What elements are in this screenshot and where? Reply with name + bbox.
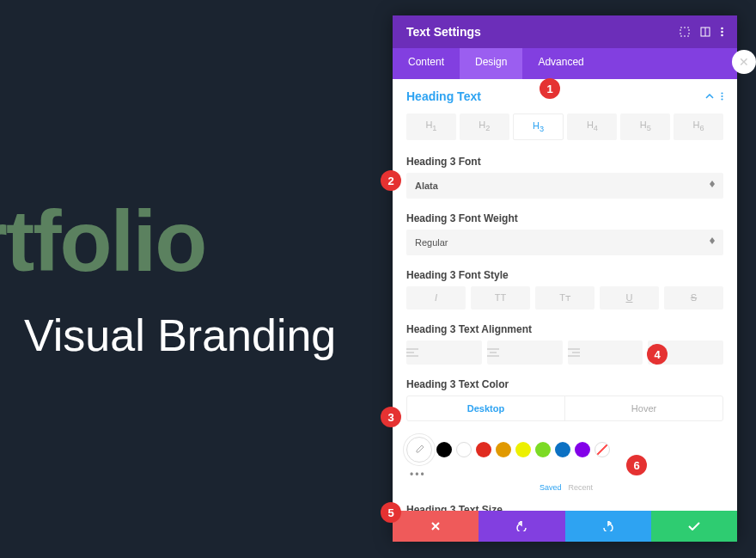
more-icon[interactable]: [721, 27, 723, 37]
font-select[interactable]: Alata: [406, 173, 723, 199]
tab-bar: Content Design Advanced: [393, 48, 737, 79]
swatch-green[interactable]: [535, 442, 551, 457]
swatch-yellow[interactable]: [515, 442, 531, 457]
undo-button[interactable]: [479, 511, 564, 542]
badge-2: 2: [381, 170, 401, 191]
heading-level-tabs: H1 H2 H3 H4 H5 H6: [393, 113, 737, 149]
badge-1: 1: [540, 78, 560, 99]
redo-button[interactable]: [565, 511, 651, 542]
preview-area: rtfolio Visual Branding: [0, 0, 392, 558]
h1-tab[interactable]: H1: [406, 113, 456, 140]
swatch-purple[interactable]: [575, 442, 590, 457]
save-button[interactable]: [651, 511, 737, 542]
weight-label: Heading 3 Font Weight: [406, 212, 723, 224]
preview-heading: rtfolio: [0, 198, 205, 284]
saved-tab[interactable]: Saved: [540, 483, 562, 492]
uppercase-button[interactable]: TT: [471, 286, 530, 310]
more-icon[interactable]: [721, 92, 723, 101]
swatch-red[interactable]: [476, 442, 491, 457]
h5-tab[interactable]: H5: [620, 113, 670, 140]
svg-point-6: [721, 92, 722, 94]
settings-panel: Text Settings Content Design Advanced He…: [393, 15, 737, 542]
weight-select[interactable]: Regular: [406, 230, 723, 255]
svg-point-5: [721, 34, 723, 37]
expand-icon[interactable]: [680, 27, 690, 37]
size-label: Heading 3 Text Size: [406, 504, 723, 511]
h2-tab[interactable]: H2: [460, 113, 509, 140]
panel-titlebar[interactable]: Text Settings: [393, 15, 737, 48]
section-title: Heading Text: [406, 89, 481, 103]
badge-4: 4: [647, 344, 668, 365]
svg-point-8: [721, 98, 722, 100]
svg-point-3: [721, 28, 723, 30]
badge-5: 5: [381, 502, 401, 523]
color-swatches: [393, 428, 737, 466]
tab-advanced[interactable]: Advanced: [522, 48, 599, 79]
h4-tab[interactable]: H4: [567, 113, 617, 140]
svg-point-4: [721, 31, 723, 34]
underline-button[interactable]: U: [600, 286, 659, 310]
h3-tab[interactable]: H3: [513, 113, 564, 140]
chevron-up-icon[interactable]: [705, 94, 714, 99]
swatch-white[interactable]: [456, 442, 472, 457]
color-picker-button[interactable]: [406, 437, 432, 463]
align-center-button[interactable]: [487, 340, 563, 365]
color-desktop-tab[interactable]: Desktop: [407, 396, 565, 420]
cancel-button[interactable]: [393, 511, 479, 542]
close-icon[interactable]: ✕: [732, 50, 756, 74]
badge-6: 6: [626, 455, 647, 475]
font-label: Heading 3 Font: [406, 156, 723, 168]
tab-design[interactable]: Design: [460, 48, 522, 79]
strike-button[interactable]: S: [664, 286, 723, 310]
align-label: Heading 3 Text Alignment: [406, 323, 723, 335]
swatch-orange[interactable]: [496, 442, 511, 457]
recent-tab[interactable]: Recent: [569, 483, 594, 492]
svg-point-7: [721, 95, 722, 97]
swatch-black[interactable]: [436, 442, 452, 457]
h6-tab[interactable]: H6: [674, 113, 723, 140]
badge-3: 3: [381, 407, 401, 427]
italic-button[interactable]: I: [406, 286, 466, 310]
svg-rect-0: [680, 28, 689, 36]
tab-content[interactable]: Content: [393, 48, 460, 79]
style-label: Heading 3 Font Style: [406, 269, 723, 281]
align-left-button[interactable]: [406, 340, 482, 365]
grid-icon[interactable]: [700, 27, 710, 37]
panel-footer: [393, 511, 737, 542]
titlecase-button[interactable]: Tᴛ: [535, 286, 594, 310]
color-hover-tab[interactable]: Hover: [565, 396, 722, 420]
more-swatches-icon[interactable]: •••: [406, 469, 426, 481]
swatch-none[interactable]: [594, 442, 610, 457]
color-label: Heading 3 Text Color: [406, 378, 723, 390]
panel-body: Heading Text H1 H2 H3 H4 H5 H6 Heading 3…: [393, 79, 737, 511]
preview-sub: Visual Branding: [24, 310, 336, 361]
align-right-button[interactable]: [568, 340, 643, 365]
swatch-blue[interactable]: [555, 442, 570, 457]
panel-title: Text Settings: [406, 25, 481, 39]
section-heading-text[interactable]: Heading Text: [393, 79, 737, 113]
